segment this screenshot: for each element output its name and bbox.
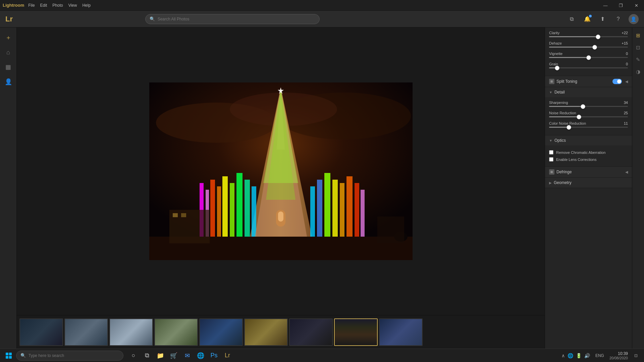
- svg-rect-35: [377, 217, 404, 243]
- film-thumb-6[interactable]: [244, 318, 288, 346]
- menu-view[interactable]: View: [68, 3, 77, 8]
- split-toning-header[interactable]: ⊞ Split Toning ◀: [545, 76, 632, 87]
- taskbar-task-view[interactable]: ⧉: [141, 350, 153, 362]
- color-noise-reduction-track[interactable]: [549, 127, 628, 128]
- noise-reduction-thumb[interactable]: [577, 115, 581, 119]
- masking-icon[interactable]: ◑: [633, 66, 644, 77]
- defringe-title: Defringe: [556, 170, 624, 174]
- dehaze-track[interactable]: [549, 47, 628, 48]
- detail-content: Sharpening 34 Noise Reduction 25: [545, 97, 632, 135]
- vignette-thumb[interactable]: [586, 55, 591, 60]
- clarity-slider-row: Clarity +22: [549, 31, 628, 37]
- clarity-thumb[interactable]: [596, 35, 600, 39]
- menu-edit[interactable]: Edit: [40, 3, 47, 8]
- adjust-icon[interactable]: ⊞: [633, 30, 644, 41]
- vignette-slider-row: Vignette 0: [549, 52, 628, 58]
- right-icon-strip: ⊞ ⊡ ✎ ◑ ⋯: [632, 27, 644, 362]
- filter-icon[interactable]: ⧉: [567, 14, 577, 24]
- film-thumb-9[interactable]: [379, 318, 423, 346]
- window-controls: — ❐ ✕: [598, 0, 644, 11]
- detail-title: Detail: [554, 90, 628, 95]
- taskbar-mail[interactable]: ✉: [181, 350, 193, 362]
- taskbar-lightroom[interactable]: Lr: [221, 350, 233, 362]
- film-thumb-5[interactable]: [199, 318, 243, 346]
- speaker-icon[interactable]: 🔊: [584, 353, 590, 358]
- taskbar-search[interactable]: 🔍: [16, 351, 123, 361]
- film-thumb-4[interactable]: [154, 318, 198, 346]
- main-area: ＋ ⌂ ▦ 👤: [0, 27, 644, 362]
- taskbar-search-input[interactable]: [29, 353, 119, 358]
- battery-icon[interactable]: 🔋: [576, 353, 582, 358]
- color-noise-reduction-thumb[interactable]: [567, 125, 571, 130]
- detail-header[interactable]: ▼ Detail: [545, 87, 632, 97]
- taskbar-cortana[interactable]: ○: [127, 350, 140, 362]
- clock[interactable]: 10:39 20/08/2020: [609, 351, 628, 360]
- enable-lens-corrections-checkbox[interactable]: [549, 157, 553, 162]
- noise-reduction-label-row: Noise Reduction 25: [549, 111, 628, 115]
- film-thumb-1[interactable]: [19, 318, 63, 346]
- search-input[interactable]: [158, 17, 315, 21]
- remove-chromatic-aberration-label: Remove Chromatic Aberration: [556, 150, 605, 155]
- film-thumb-2[interactable]: [64, 318, 108, 346]
- help-icon[interactable]: ?: [613, 14, 623, 24]
- sharpening-slider-row: Sharpening 34: [549, 101, 628, 107]
- enable-lens-corrections-label: Enable Lens Corrections: [556, 158, 596, 162]
- show-desktop-button[interactable]: ⊡: [631, 349, 641, 362]
- remove-chromatic-aberration-row[interactable]: Remove Chromatic Aberration: [549, 149, 628, 156]
- export-icon[interactable]: ⬆: [598, 14, 608, 24]
- crop-panel-icon[interactable]: ⊡: [633, 42, 644, 53]
- nav-home[interactable]: ⌂: [2, 46, 14, 58]
- search-bar[interactable]: 🔍: [145, 14, 320, 24]
- grain-slider-row: Grain 0: [549, 62, 628, 68]
- healing-icon[interactable]: ✎: [633, 54, 644, 65]
- color-noise-reduction-label-row: Color Noise Reduction 11: [549, 121, 628, 125]
- taskbar-photoshop[interactable]: Ps: [208, 350, 220, 362]
- geometry-header[interactable]: ▶ Geometry: [545, 178, 632, 188]
- sharpening-thumb[interactable]: [581, 104, 585, 109]
- film-thumb-7[interactable]: [289, 318, 333, 346]
- language-indicator: ENG: [595, 353, 604, 358]
- notification-badge: [589, 15, 592, 17]
- film-thumb-3[interactable]: [109, 318, 153, 346]
- menu-help[interactable]: Help: [82, 3, 91, 8]
- start-button[interactable]: [3, 350, 15, 362]
- remove-chromatic-aberration-checkbox[interactable]: [549, 150, 553, 155]
- noise-reduction-track[interactable]: [549, 116, 628, 117]
- taskbar-chrome[interactable]: 🌐: [195, 350, 207, 362]
- grain-thumb[interactable]: [555, 66, 559, 70]
- clarity-track[interactable]: [549, 36, 628, 37]
- expand-icon[interactable]: ∧: [561, 353, 565, 358]
- detail-chevron: ▼: [549, 90, 552, 94]
- time-display: 10:39: [609, 351, 628, 356]
- grain-track[interactable]: [549, 67, 628, 68]
- split-toning-toggle[interactable]: [612, 79, 622, 84]
- enable-lens-corrections-row[interactable]: Enable Lens Corrections: [549, 156, 628, 163]
- sharpening-track[interactable]: [549, 106, 628, 107]
- sharpening-label-row: Sharpening 34: [549, 101, 628, 105]
- close-button[interactable]: ✕: [629, 0, 644, 11]
- film-thumb-8[interactable]: [334, 318, 378, 346]
- svg-rect-34: [181, 213, 186, 217]
- dehaze-thumb[interactable]: [592, 45, 597, 50]
- clarity-label-row: Clarity +22: [549, 31, 628, 35]
- notification-button[interactable]: 🔔: [582, 14, 592, 24]
- clarity-section: Clarity +22 Dehaze +15: [545, 27, 632, 76]
- header-actions: ⧉ 🔔 ⬆ ? 👤: [567, 14, 639, 24]
- network-icon[interactable]: 🌐: [568, 353, 573, 358]
- restore-button[interactable]: ❐: [613, 0, 629, 11]
- minimize-button[interactable]: —: [598, 0, 613, 11]
- defringe-reset[interactable]: ◀: [625, 170, 628, 174]
- defringe-header[interactable]: ⊞ Defringe ◀: [545, 167, 632, 177]
- menu-file[interactable]: File: [28, 3, 35, 8]
- taskbar-store[interactable]: 🛒: [168, 350, 180, 362]
- vignette-track[interactable]: [549, 57, 628, 58]
- split-toning-reset[interactable]: ◀: [625, 79, 628, 84]
- nav-people[interactable]: 👤: [2, 76, 14, 88]
- taskbar-file-explorer[interactable]: 📁: [154, 350, 166, 362]
- optics-header[interactable]: ▼ Optics: [545, 135, 632, 145]
- noise-reduction-value: 25: [624, 111, 628, 115]
- avatar[interactable]: 👤: [629, 14, 639, 24]
- nav-add[interactable]: ＋: [2, 32, 14, 44]
- menu-photo[interactable]: Photo: [52, 3, 63, 8]
- nav-library[interactable]: ▦: [2, 61, 14, 73]
